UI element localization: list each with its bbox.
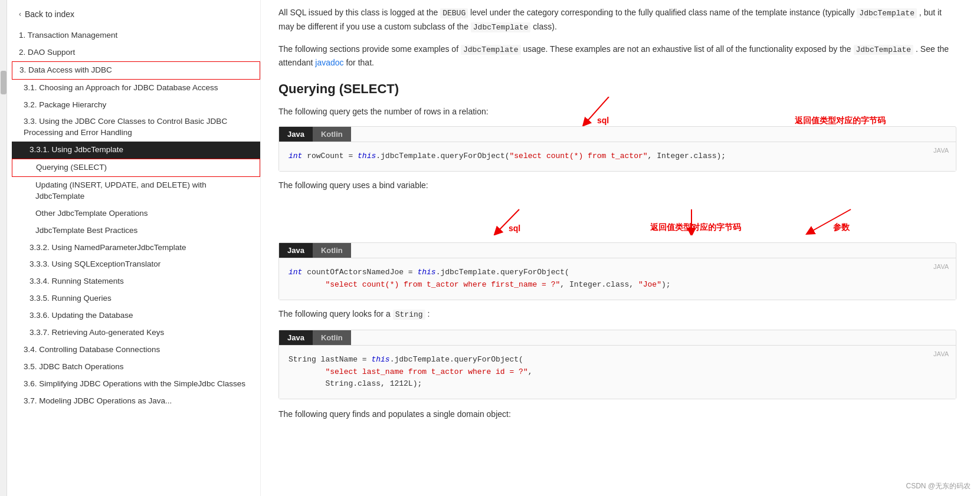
intro-paragraph-1: All SQL issued by this class is logged a… [278,6,956,34]
kotlin-tab-2[interactable]: Kotlin [313,243,351,258]
sidebar-item-s3-3-1d[interactable]: JdbcTemplate Best Practices [12,222,260,239]
kotlin-tab-1[interactable]: Kotlin [313,127,351,142]
sidebar-item-s3-7[interactable]: 3.7. Modeling JDBC Operations as Java... [12,393,260,410]
return-type1-annotation-label: 返回值类型对应的字节码 [795,116,886,126]
sidebar-item-s3-3-4[interactable]: 3.3.4. Running Statements [12,273,260,290]
chevron-left-icon: ‹ [19,10,21,18]
annotation-block-2: sql 返回值类型对应的字节码 参数 Java [278,200,956,300]
javadoc-link[interactable]: javadoc [315,58,343,67]
sidebar-item-s3-4[interactable]: 3.4. Controlling Database Connections [12,341,260,359]
sidebar-item-s3-6[interactable]: 3.6. Simplifying JDBC Operations with th… [12,376,260,393]
query4-text: The following query finds and populates … [278,408,956,421]
java-label-2: JAVA [933,262,949,272]
java-tab-2[interactable]: Java [279,243,313,258]
scrollbar-track[interactable] [0,0,7,496]
sidebar: ‹ Back to index 1. Transaction Managemen… [7,0,261,496]
string-code: String [393,310,425,320]
back-to-index-link[interactable]: ‹ Back to index [12,5,260,24]
intro-paragraph-2: The following sections provide some exam… [278,42,956,70]
sidebar-item-s3-1[interactable]: 3.1. Choosing an Approach for JDBC Datab… [12,80,260,97]
back-label: Back to index [25,9,74,19]
sql1-annotation-label: sql [597,116,609,125]
code-area-3: JAVAString lastName = this.jdbcTemplate.… [279,346,956,399]
sidebar-item-s3-2[interactable]: 3.2. Package Hierarchy [12,97,260,114]
java-tab-1[interactable]: Java [279,127,313,142]
sql2-annotation-label: sql [509,224,520,233]
sidebar-item-s3-3-3[interactable]: 3.3.3. Using SQLExceptionTranslator [12,256,260,273]
code-tabs-3: Java Kotlin [279,330,956,346]
sidebar-item-s3-3-1a[interactable]: Querying (SELECT) [12,159,260,177]
jdbctemplate-code-1: JdbcTemplate [857,8,917,18]
java-label-1: JAVA [933,146,949,156]
sidebar-item-s2[interactable]: 2. DAO Support [12,44,260,61]
querying-select-title: Querying (SELECT) [278,81,956,97]
annotation-labels-2: sql 返回值类型对应的字节码 参数 [278,200,956,235]
sidebar-item-s1[interactable]: 1. Transaction Management [12,27,260,44]
jdbctemplate-code-3: JdbcTemplate [461,45,521,55]
sidebar-item-s3-3-1c[interactable]: Other JdbcTemplate Operations [12,205,260,222]
main-content: All SQL issued by this class is logged a… [261,0,980,496]
sidebar-item-s3-3-1[interactable]: 3.3.1. Using JdbcTemplate [12,142,260,159]
sidebar-item-s3-3-5[interactable]: 3.3.5. Running Queries [12,290,260,307]
sidebar-item-s3-3[interactable]: 3.3. Using the JDBC Core Classes to Cont… [12,113,260,142]
csdn-watermark: CSDN @无东的码农 [906,481,971,491]
code-area-1: JAVAint rowCount = this.jdbcTemplate.que… [279,142,956,171]
sidebar-item-s3-3-2[interactable]: 3.3.2. Using NamedParameterJdbcTemplate [12,239,260,257]
sidebar-item-s3-3-6[interactable]: 3.3.6. Updating the Database [12,307,260,324]
debug-code: DEBUG [440,8,468,18]
sidebar-item-s3-3-1b[interactable]: Updating (INSERT, UPDATE, and DELETE) wi… [12,177,260,205]
code-block-2: Java Kotlin JAVAint countOfActorsNamedJo… [278,242,956,300]
kotlin-tab-3[interactable]: Kotlin [313,330,351,345]
param-annotation-label: 参数 [833,222,850,233]
code-tabs-1: Java Kotlin [279,127,956,142]
sidebar-item-s3-5[interactable]: 3.5. JDBC Batch Operations [12,359,260,376]
code-area-2: JAVAint countOfActorsNamedJoe = this.jdb… [279,258,956,300]
sidebar-nav: 1. Transaction Management2. DAO Support3… [12,27,260,409]
jdbctemplate-code-2: JdbcTemplate [471,22,531,32]
return-type2-annotation-label: 返回值类型对应的字节码 [650,222,741,233]
sidebar-item-s3-3-7[interactable]: 3.3.7. Retrieving Auto-generated Keys [12,324,260,341]
query2-text: The following query uses a bind variable… [278,179,956,192]
java-label-3: JAVA [933,349,949,360]
java-tab-3[interactable]: Java [279,330,313,345]
scrollbar-thumb[interactable] [1,71,6,94]
jdbctemplate-code-4: JdbcTemplate [854,45,914,55]
annotation-block-1: sql 返回值类型对应的字节码 Java Kotlin JAVAint rowC… [278,126,956,172]
code-tabs-2: Java Kotlin [279,243,956,258]
sidebar-item-s3[interactable]: 3. Data Access with JDBC [12,61,260,80]
annotation-arrows-2 [278,200,956,235]
query3-text: The following query looks for a String : [278,307,956,321]
code-block-3: Java Kotlin JAVAString lastName = this.j… [278,330,956,399]
code-block-1: Java Kotlin JAVAint rowCount = this.jdbc… [278,126,956,172]
